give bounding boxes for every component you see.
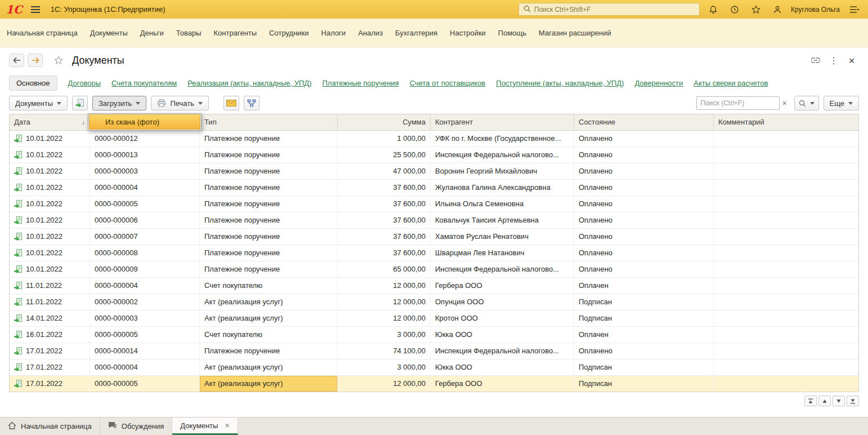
cell-contractor[interactable]: Инспекция Федеральной налогово... — [431, 343, 574, 359]
taskbar-tab-discussions[interactable]: Обсуждения — [100, 418, 173, 435]
page-tab[interactable]: Платежные поручения — [322, 79, 399, 87]
cell-type[interactable]: Счет покупателю — [200, 278, 338, 294]
cell-date[interactable]: 10.01.2022 — [10, 196, 90, 212]
cell-number[interactable]: 0000-000013 — [90, 147, 200, 163]
global-search[interactable] — [518, 3, 700, 16]
cell-comment[interactable] — [714, 261, 858, 277]
cell-comment[interactable] — [714, 343, 858, 359]
cell-state[interactable]: Оплачено — [574, 196, 714, 212]
table-row[interactable]: 17.01.20220000-000004Акт (реализация усл… — [10, 359, 858, 376]
cell-date[interactable]: 10.01.2022 — [10, 229, 90, 245]
cell-state[interactable]: Оплачено — [574, 147, 714, 163]
cell-state[interactable]: Оплачено — [574, 245, 714, 261]
forward-button[interactable] — [28, 54, 43, 67]
cell-comment[interactable] — [714, 212, 858, 228]
favorites-star-icon[interactable] — [748, 2, 764, 17]
cell-type[interactable]: Платежное поручение — [200, 180, 338, 196]
cell-number[interactable]: 0000-000004 — [90, 278, 200, 294]
cell-date[interactable]: 16.01.2022 — [10, 327, 90, 343]
menu-item[interactable]: Магазин расширений — [539, 29, 611, 37]
cell-date[interactable]: 14.01.2022 — [10, 310, 90, 326]
cell-state[interactable]: Оплачено — [574, 212, 714, 228]
taskbar-tab-home[interactable]: Начальная страница — [0, 418, 100, 435]
scroll-down-button[interactable] — [833, 396, 845, 406]
clear-search-icon[interactable]: × — [780, 96, 790, 110]
column-header-state[interactable]: Состояние — [574, 114, 714, 130]
cell-number[interactable]: 0000-000006 — [90, 212, 200, 228]
cell-number[interactable]: 0000-000002 — [90, 294, 200, 310]
cell-type[interactable]: Платежное поручение — [200, 229, 338, 245]
cell-sum[interactable]: 37 600,00 — [338, 180, 431, 196]
cell-contractor[interactable]: Кротон ООО — [431, 310, 574, 326]
cell-sum[interactable]: 37 600,00 — [338, 245, 431, 261]
menu-item[interactable]: Анализ — [358, 29, 383, 37]
menu-item[interactable]: Помощь — [498, 29, 526, 37]
menu-item[interactable]: Сотрудники — [269, 29, 308, 37]
cell-type[interactable]: Акт (реализация услуг) — [200, 359, 338, 375]
menu-item[interactable]: Товары — [176, 29, 202, 37]
table-row[interactable]: 10.01.20220000-000004Платежное поручение… — [10, 180, 858, 196]
add-to-favorites-star-icon[interactable] — [54, 56, 63, 65]
column-header-type[interactable]: Тип — [200, 114, 338, 130]
cell-sum[interactable]: 12 000,00 — [338, 294, 431, 310]
page-tab[interactable]: Основное — [9, 76, 57, 91]
cell-comment[interactable] — [714, 147, 858, 163]
table-row[interactable]: 10.01.20220000-000003Платежное поручение… — [10, 163, 858, 180]
column-header-comment[interactable]: Комментарий — [714, 114, 858, 130]
cell-contractor[interactable]: Воронин Георгий Михайлович — [431, 163, 574, 179]
cell-type[interactable]: Платежное поручение — [200, 196, 338, 212]
cell-type[interactable]: Акт (реализация услуг) — [200, 376, 338, 392]
cell-state[interactable]: Оплачен — [574, 278, 714, 294]
more-actions-kebab-icon[interactable]: ⋮ — [826, 54, 841, 67]
table-row[interactable]: 10.01.20220000-000005Платежное поручение… — [10, 196, 858, 212]
cell-number[interactable]: 0000-000012 — [90, 131, 200, 147]
page-tab[interactable]: Счета покупателям — [111, 79, 177, 87]
load-button[interactable]: Загрузить — [92, 96, 146, 110]
cell-contractor[interactable]: Ковальчук Таисия Артемьевна — [431, 212, 574, 228]
cell-date[interactable]: 17.01.2022 — [10, 376, 90, 392]
cell-date[interactable]: 11.01.2022 — [10, 294, 90, 310]
structure-compare-button[interactable] — [244, 96, 259, 110]
menu-item[interactable]: Документы — [90, 29, 128, 37]
page-tab[interactable]: Счета от поставщиков — [410, 79, 486, 87]
cell-date[interactable]: 10.01.2022 — [10, 212, 90, 228]
cell-type[interactable]: Платежное поручение — [200, 212, 338, 228]
cell-number[interactable]: 0000-000004 — [90, 359, 200, 375]
post-document-button[interactable] — [72, 96, 88, 110]
cell-number[interactable]: 0000-000014 — [90, 343, 200, 359]
table-row[interactable]: 17.01.20220000-000014Платежное поручение… — [10, 343, 858, 359]
menu-item[interactable]: Настройки — [450, 29, 486, 37]
cell-contractor[interactable]: Хаматов Руслан Ренатович — [431, 229, 574, 245]
close-tab-icon[interactable]: × — [225, 421, 229, 430]
cell-sum[interactable]: 3 000,00 — [338, 327, 431, 343]
cell-number[interactable]: 0000-000003 — [90, 163, 200, 179]
cell-state[interactable]: Подписан — [574, 294, 714, 310]
menu-item[interactable]: Налоги — [321, 29, 346, 37]
cell-state[interactable]: Оплачено — [574, 180, 714, 196]
cell-contractor[interactable]: Шварцман Лев Натанович — [431, 245, 574, 261]
cell-comment[interactable] — [714, 310, 858, 326]
cell-contractor[interactable]: Инспекция Федеральной налогово... — [431, 147, 574, 163]
scroll-bottom-button[interactable] — [847, 396, 859, 406]
table-row[interactable]: 10.01.20220000-000008Платежное поручение… — [10, 245, 858, 261]
search-options-button[interactable] — [794, 96, 819, 110]
cell-type[interactable]: Акт (реализация услуг) — [200, 310, 338, 326]
cell-state[interactable]: Оплачено — [574, 163, 714, 179]
menu-item[interactable]: Бухгалтерия — [395, 29, 437, 37]
get-link-icon[interactable] — [808, 54, 823, 67]
cell-state[interactable]: Подписан — [574, 310, 714, 326]
send-email-button[interactable] — [223, 96, 239, 110]
cell-date[interactable]: 10.01.2022 — [10, 245, 90, 261]
cell-sum[interactable]: 37 600,00 — [338, 196, 431, 212]
cell-comment[interactable] — [714, 180, 858, 196]
table-row[interactable]: 10.01.20220000-000013Платежное поручение… — [10, 147, 858, 163]
cell-sum[interactable]: 3 000,00 — [338, 359, 431, 375]
cell-contractor[interactable]: Жуланова Галина Александровна — [431, 180, 574, 196]
cell-date[interactable]: 10.01.2022 — [10, 147, 90, 163]
column-header-date[interactable]: Дата↓ — [10, 114, 90, 130]
cell-number[interactable]: 0000-000005 — [90, 327, 200, 343]
table-row[interactable]: 10.01.20220000-000009Платежное поручение… — [10, 261, 858, 278]
page-tab[interactable]: Поступление (акты, накладные, УПД) — [496, 79, 624, 87]
cell-type[interactable]: Платежное поручение — [200, 147, 338, 163]
column-header-contractor[interactable]: Контрагент — [431, 114, 574, 130]
